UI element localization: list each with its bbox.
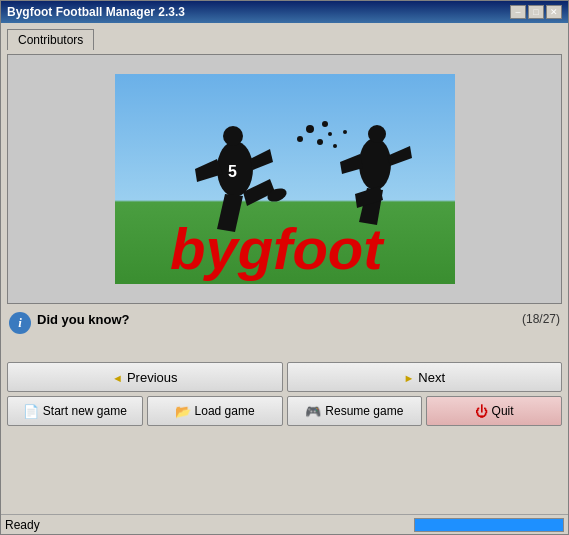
nav-buttons: Previous Next <box>7 362 562 392</box>
svg-point-2 <box>223 126 243 146</box>
previous-label: Previous <box>127 370 178 385</box>
svg-point-24 <box>322 121 328 127</box>
title-bar: Bygfoot Football Manager 2.3.3 – □ ✕ <box>1 1 568 23</box>
svg-text:bygfoot: bygfoot <box>170 216 385 281</box>
svg-point-9 <box>359 138 391 190</box>
quit-button[interactable]: Quit <box>426 396 562 426</box>
previous-button[interactable]: Previous <box>7 362 283 392</box>
action-buttons: Start new game Load game Resume game Qui… <box>7 396 562 426</box>
minimize-button[interactable]: – <box>510 5 526 19</box>
svg-point-23 <box>343 130 347 134</box>
did-you-know-label: Did you know? <box>37 312 129 327</box>
info-icon: i <box>9 312 31 334</box>
next-label: Next <box>418 370 445 385</box>
load-game-button[interactable]: Load game <box>147 396 283 426</box>
status-progress-fill <box>415 519 563 531</box>
new-game-icon <box>23 404 39 419</box>
svg-text:5: 5 <box>228 163 237 180</box>
load-game-label: Load game <box>195 404 255 418</box>
resume-game-button[interactable]: Resume game <box>287 396 423 426</box>
quit-icon <box>475 404 488 419</box>
status-progress-bar <box>414 518 564 532</box>
previous-icon <box>112 370 123 385</box>
logo-image: 5 bygfoot <box>115 74 455 284</box>
svg-point-20 <box>306 125 314 133</box>
resume-game-icon <box>305 404 321 419</box>
window-body: Contributors <box>1 23 568 514</box>
title-controls: – □ ✕ <box>510 5 562 19</box>
svg-point-21 <box>333 144 337 148</box>
close-button[interactable]: ✕ <box>546 5 562 19</box>
tab-contributors[interactable]: Contributors <box>7 29 94 50</box>
start-new-game-label: Start new game <box>43 404 127 418</box>
tab-bar: Contributors <box>7 29 562 50</box>
next-button[interactable]: Next <box>287 362 563 392</box>
status-text: Ready <box>5 518 40 532</box>
start-new-game-button[interactable]: Start new game <box>7 396 143 426</box>
logo-area: 5 bygfoot <box>7 54 562 304</box>
did-you-know-section: i Did you know? (18/27) <box>7 308 562 358</box>
svg-point-10 <box>368 125 386 143</box>
svg-point-22 <box>297 136 303 142</box>
did-you-know-content: Did you know? (18/27) <box>37 312 560 327</box>
status-bar: Ready <box>1 514 568 534</box>
svg-point-18 <box>317 139 323 145</box>
load-game-icon <box>175 404 191 419</box>
resume-game-label: Resume game <box>325 404 403 418</box>
window-title: Bygfoot Football Manager 2.3.3 <box>7 5 185 19</box>
maximize-button[interactable]: □ <box>528 5 544 19</box>
main-window: Bygfoot Football Manager 2.3.3 – □ ✕ Con… <box>0 0 569 535</box>
did-you-know-counter: (18/27) <box>522 312 560 326</box>
quit-label: Quit <box>492 404 514 418</box>
next-icon <box>403 370 414 385</box>
svg-point-19 <box>328 132 332 136</box>
